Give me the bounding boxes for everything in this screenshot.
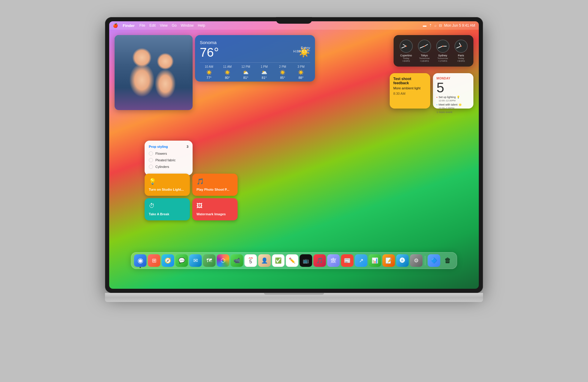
freeform-icon: ✏️ [289, 257, 296, 264]
cal-date: 5 [436, 81, 470, 94]
reminder-checkbox-2[interactable] [149, 158, 153, 162]
shortcut-label-light: Turn on Studio Light... [149, 188, 186, 192]
dock-music[interactable]: 🎵 [314, 254, 326, 267]
appstore-icon: 🅐 [400, 258, 405, 264]
apple-menu[interactable]: 🍎 [113, 23, 118, 28]
cal-event-time-2: 12:30–1:00PM [439, 107, 462, 110]
reminder-checkbox-3[interactable] [149, 165, 153, 169]
dock-numbers[interactable]: 📊 [369, 254, 381, 267]
dock-trash[interactable]: 🗑 [442, 254, 454, 267]
reminder-checkbox-1[interactable] [149, 151, 153, 156]
battery-icon: ▬ [423, 23, 427, 28]
dock-freeform[interactable]: ✏️ [286, 254, 298, 267]
shortcut-play-music[interactable]: 🎵 Play Photo Shoot P... [192, 174, 238, 196]
menubar-view[interactable]: View [160, 23, 168, 28]
clock-center [460, 46, 462, 47]
shortcut-take-break[interactable]: ⏱ Take A Break [145, 198, 190, 220]
dock-appstore[interactable]: 🅐 [396, 254, 409, 267]
shortcuts-grid: 💡 Turn on Studio Light... 🎵 Play Photo S… [145, 174, 238, 220]
world-clocks-widget[interactable]: Cupertino Today +0HRS Tokyo Tomorrow [394, 35, 473, 67]
dock-reminders[interactable]: ✅ [272, 254, 285, 267]
shortcut-studio-light[interactable]: 💡 Turn on Studio Light... [145, 174, 190, 196]
wifi-icon: ⇡ [429, 23, 432, 28]
reminder-item-3: Cylinders [149, 165, 188, 169]
contacts-icon: 👤 [261, 257, 268, 264]
dock-calendar[interactable]: JUN 5 [244, 254, 257, 267]
menubar-go[interactable]: Go [172, 23, 177, 28]
dock-safari[interactable]: 🧭 [162, 254, 174, 267]
dock-migration[interactable]: ↗ [355, 254, 368, 267]
migration-icon: ↗ [359, 257, 363, 264]
reminders-title: Prop styling [149, 145, 168, 148]
menubar-right: ▬ ⇡ ⌕ ⊟ Mon Jun 5 9:41 AM [423, 23, 475, 28]
launchpad-icon: ⊞ [152, 257, 156, 264]
menubar-edit[interactable]: Edit [149, 23, 156, 28]
weather-location: Sonoma [200, 40, 293, 45]
menubar-help[interactable]: Help [198, 23, 205, 28]
weather-main-info: Sonoma 76° [200, 40, 293, 59]
reminders-widget[interactable]: Prop styling 3 Flowers Pleated fabric Cy… [145, 141, 193, 175]
clock-face-sydney [436, 40, 449, 53]
finder-icon: ◉ [137, 257, 143, 264]
clock-city-sydney: Sydney [438, 54, 447, 57]
pages-icon: 📝 [386, 257, 392, 264]
settings-icon: ⚙ [414, 257, 419, 264]
photo-people-image [115, 35, 193, 110]
dock-pages[interactable]: 📝 [382, 254, 395, 267]
dock-contacts[interactable]: 👤 [258, 254, 271, 267]
weather-condition-block: ☀️ Sunny H:88° L:57° [293, 46, 310, 53]
notes-title: Test shoot feedback [393, 77, 427, 85]
cal-event-title-1: Set up lighting 💡 [439, 96, 460, 99]
reminder-item-1: Flowers [149, 151, 188, 156]
dock-mindnode[interactable]: 🕸 [327, 254, 340, 267]
weather-header: Sonoma 76° ☀️ Sunny H:88° L:57° [200, 40, 310, 59]
menubar-app-name[interactable]: Finder [123, 23, 135, 28]
weather-forecast: 10 AM ☀️ 77° 11 AM ☀️ 80° 12 PM ⛅ 81 [200, 62, 310, 79]
clock-face-paris [454, 40, 468, 53]
shortcut-watermark[interactable]: 🖼 Watermark Images [192, 198, 238, 220]
weather-temperature: 76° [200, 46, 293, 59]
cal-more-events: 1 more event [436, 111, 470, 114]
control-center-icon[interactable]: ⊟ [439, 23, 442, 28]
search-icon[interactable]: ⌕ [434, 23, 436, 28]
shortcut-label-watermark: Watermark Images [196, 212, 233, 216]
dock-photos[interactable]: ⬡ [217, 254, 230, 267]
menubar-window[interactable]: Window [181, 23, 194, 28]
cal-event-title-2: Meet with talent 🌟 [439, 103, 462, 107]
dock-settings[interactable]: ⚙ [410, 254, 423, 267]
dock-finder[interactable]: ◉ [134, 254, 147, 267]
dock-appletv[interactable]: 📺 [300, 254, 312, 267]
clock-face-tokyo [418, 40, 431, 53]
dock-news[interactable]: 📰 [341, 254, 354, 267]
menubar-file[interactable]: File [140, 23, 145, 28]
dock-unknown[interactable]: 🔷 [428, 254, 440, 267]
weather-hour-3: 12 PM ⛅ 81° [237, 65, 255, 79]
maps-icon: 🗺 [207, 258, 212, 264]
weather-widget[interactable]: Sonoma 76° ☀️ Sunny H:88° L:57° [195, 35, 315, 82]
safari-icon: 🧭 [165, 257, 171, 264]
cal-event-text-2: Meet with talent 🌟 12:30–1:00PM [439, 103, 462, 110]
screen-bezel: 🍎 Finder File Edit View Go Window Help ▬… [105, 17, 483, 293]
music-icon: 🎵 [316, 257, 323, 264]
numbers-icon: 📊 [372, 257, 378, 264]
clock-cupertino: Cupertino Today +0HRS [398, 40, 414, 62]
notes-widget[interactable]: Test shoot feedback More ambient light 8… [390, 73, 430, 109]
dock-messages[interactable]: 💬 [176, 254, 188, 267]
cal-event-2: Meet with talent 🌟 12:30–1:00PM [436, 103, 470, 110]
weather-hour-6: 3 PM ☀️ 88° [292, 65, 310, 79]
cal-event-1: Set up lighting 💡 12:00–12:30PM [436, 96, 470, 102]
news-icon: 📰 [344, 257, 351, 264]
menubar-items: File Edit View Go Window Help [140, 23, 205, 28]
desktop: Sonoma 76° ☀️ Sunny H:88° L:57° [109, 30, 479, 271]
dock-maps[interactable]: 🗺 [203, 254, 216, 267]
shortcut-label-break: Take A Break [149, 212, 186, 216]
calendar-widget[interactable]: MONDAY 5 Set up lighting 💡 12:00–12:30PM… [433, 73, 473, 109]
dock-mail[interactable]: ✉ [189, 254, 202, 267]
dock: ◉ ⊞ 🧭 💬 ✉ 🗺 [131, 252, 457, 269]
dock-launchpad[interactable]: ⊞ [148, 254, 160, 267]
notes-time: 8:30 AM [393, 92, 427, 95]
clock-city-paris: Paris [458, 54, 464, 57]
weather-hour-5: 2 PM ☀️ 85° [273, 65, 292, 79]
macbook-base [105, 293, 483, 302]
dock-facetime[interactable]: 📹 [231, 254, 243, 267]
